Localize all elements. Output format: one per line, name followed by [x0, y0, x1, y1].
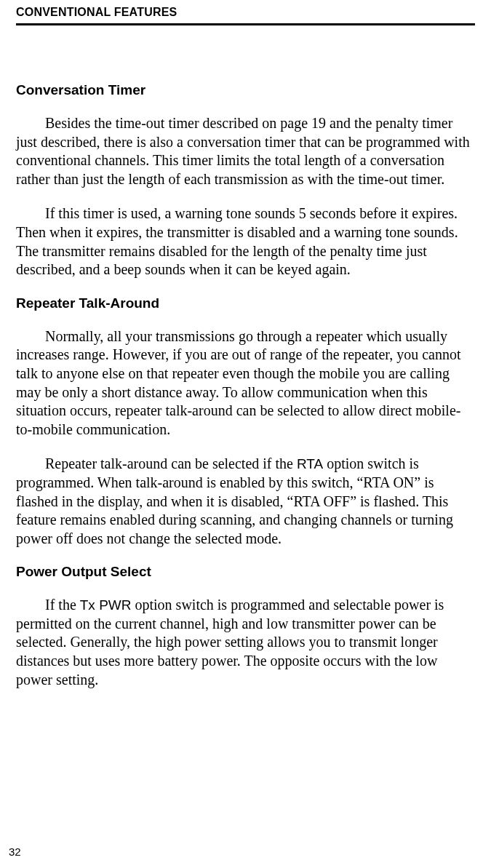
text: Repeater talk-around can be selected if … [45, 455, 297, 471]
header-rule [16, 23, 475, 25]
text: Normally, all your transmissions go thro… [16, 328, 460, 437]
text: Besides the time-out timer described on … [16, 115, 470, 187]
paragraph: If this timer is used, a warning tone so… [16, 204, 475, 279]
running-head: CONVENTIONAL FEATURES [16, 6, 475, 19]
heading-conversation-timer: Conversation Timer [16, 82, 475, 98]
option-switch-rta: RTA [297, 456, 323, 471]
text: If this timer is used, a warning tone so… [16, 205, 458, 277]
paragraph: Normally, all your transmissions go thro… [16, 327, 475, 439]
page-number: 32 [9, 845, 21, 858]
heading-power-output-select: Power Output Select [16, 564, 475, 580]
heading-repeater-talk-around: Repeater Talk-Around [16, 295, 475, 311]
paragraph: Repeater talk-around can be selected if … [16, 455, 475, 548]
option-switch-txpwr: Tx PWR [80, 597, 132, 613]
text: If the [45, 597, 80, 613]
paragraph: Besides the time-out timer described on … [16, 114, 475, 188]
paragraph: If the Tx PWR option switch is programme… [16, 596, 475, 689]
